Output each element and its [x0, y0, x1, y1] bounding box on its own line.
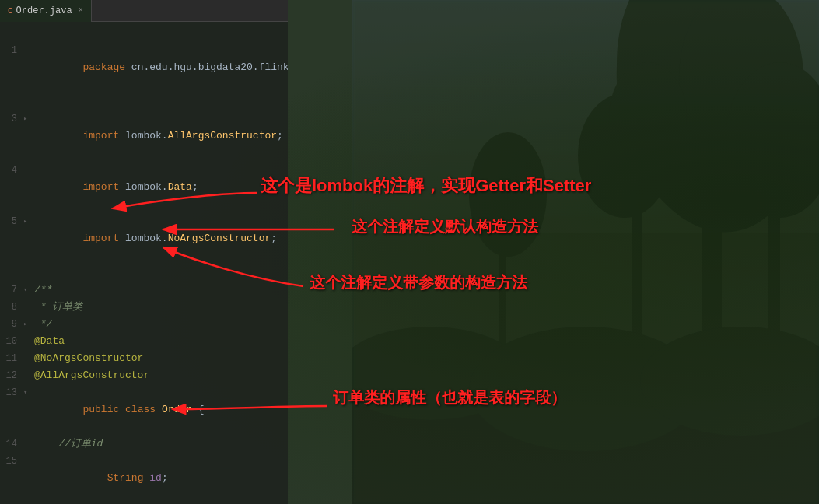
svg-rect-17 [352, 0, 819, 504]
tab-bar: C Order.java × [0, 0, 288, 22]
code-line-10: 10 @Data [0, 333, 288, 350]
code-line-1: 1 package cn.edu.hgu.bigdata20.flink.ord… [0, 42, 288, 93]
code-line-7: 7 ▾ /** [0, 282, 288, 299]
tab-close-button[interactable]: × [79, 6, 83, 15]
code-line-4: 4 import lombok.Data; [0, 162, 288, 213]
code-line-empty2 [0, 93, 288, 110]
code-editor[interactable]: 1 package cn.edu.hgu.bigdata20.flink.ord… [0, 22, 288, 504]
java-icon: C [8, 6, 13, 16]
editor-panel: C Order.java × 1 package cn.edu.hgu.bigd… [0, 0, 288, 504]
code-line-13: 13 ▾ public class Order { [0, 384, 288, 436]
code-line-empty [0, 25, 288, 42]
code-line-9: 9 ▸ */ [0, 316, 288, 333]
file-tab[interactable]: C Order.java × [0, 0, 92, 22]
code-line-5: 5 ▸ import lombok.NoArgsConstructor; [0, 213, 288, 264]
code-line-3: 3 ▸ import lombok.AllArgsConstructor; [0, 110, 288, 162]
code-line-14: 14 //订单id [0, 436, 288, 453]
code-line-12: 12 @AllArgsConstructor [0, 367, 288, 384]
code-line-15: 15 String id; [0, 453, 288, 504]
tab-filename: Order.java [16, 5, 72, 16]
background-tree [352, 0, 819, 504]
code-line-8: 8 * 订单类 [0, 299, 288, 316]
code-line-11: 11 @NoArgsConstructor [0, 350, 288, 367]
code-line-empty3 [0, 264, 288, 282]
